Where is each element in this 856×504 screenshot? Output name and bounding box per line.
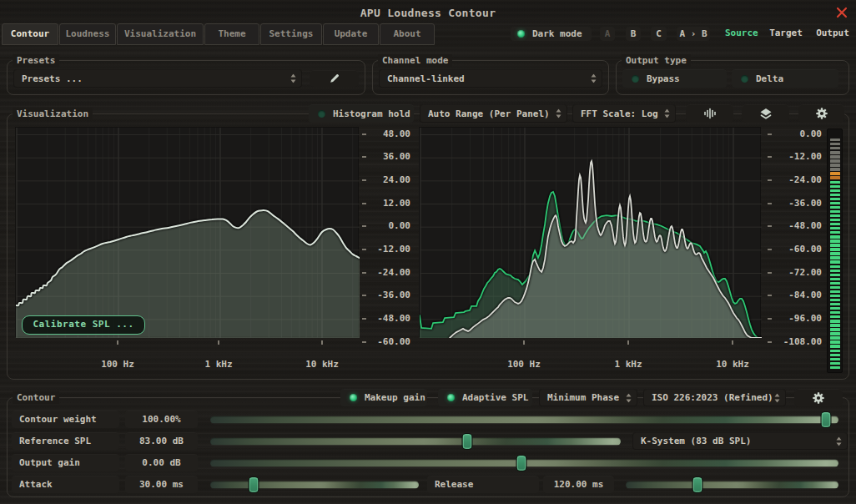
param-slider-attack[interactable] [626, 476, 838, 493]
spectrum-panel[interactable] [419, 127, 761, 337]
toggle-indicator-icon [447, 394, 455, 401]
meter-segment [830, 248, 840, 250]
meter-segment [830, 219, 840, 221]
param-slider-reference-spl[interactable] [210, 433, 621, 450]
freq-axis-label: 10 kHz [293, 359, 351, 370]
toggle-label: Bypass [647, 73, 680, 84]
bypass-toggle[interactable]: Bypass [622, 69, 727, 88]
axis-tick-icon [768, 249, 772, 250]
right-axis-label: -108.00 [776, 336, 822, 347]
slider-handle[interactable] [248, 476, 259, 493]
meter-segment [830, 274, 840, 276]
meter-segment [830, 189, 840, 192]
close-icon[interactable] [835, 6, 848, 19]
slider-handle[interactable] [461, 433, 472, 450]
meter-segment [830, 290, 840, 293]
meter-segment [830, 265, 840, 268]
tab-visualization[interactable]: Visualization [117, 23, 204, 45]
right-axis-label: -24.00 [776, 174, 822, 185]
axis-tick-icon [362, 134, 366, 135]
channel-mode-combo[interactable]: Channel-linked [379, 69, 602, 88]
makeup-gain-label: Makeup gain [365, 392, 425, 403]
visualization-settings-button[interactable] [798, 104, 844, 123]
param-value-release[interactable]: 120.00 ms [543, 476, 614, 493]
dark-mode-toggle[interactable]: Dark mode [511, 27, 592, 41]
meter-segment [830, 202, 840, 204]
slider-handle[interactable] [516, 455, 526, 471]
meter-segment [830, 345, 840, 347]
axis-tick-icon [362, 225, 366, 227]
auto-range-combo[interactable]: Auto Range (Per Panel) [420, 104, 567, 123]
param-label-attack: Attack [12, 476, 119, 493]
toggle-indicator-icon [632, 75, 639, 83]
left-axis-label: -48.00 [370, 313, 410, 324]
axis-tick-icon [768, 156, 772, 158]
view-button-source[interactable]: Source [725, 27, 757, 40]
ksystem-combo[interactable]: K-System (83 dB SPL) [632, 432, 848, 450]
visualization-group-label: Visualization [13, 108, 93, 120]
presets-combo[interactable]: Presets ... [13, 69, 302, 88]
adaptive-spl-toggle[interactable]: Adaptive SPL [438, 389, 532, 406]
contour-curve-chart [16, 128, 360, 338]
auto-range-combo-value: Auto Range (Per Panel) [420, 108, 550, 119]
adaptive-spl-label: Adaptive SPL [462, 392, 528, 403]
meter-segment [830, 332, 840, 335]
meter-segment [830, 185, 840, 188]
histogram-hold-label: Histogram hold [333, 108, 410, 119]
gear-icon [815, 107, 828, 120]
layers-button[interactable] [742, 104, 789, 123]
snapshot-button-copy[interactable]: A › B [677, 27, 710, 41]
meter-segment [830, 270, 840, 272]
contour-settings-button[interactable] [794, 389, 843, 406]
param-slider-attack[interactable] [210, 476, 419, 493]
snapshot-button-c[interactable]: C [651, 27, 667, 41]
tab-update[interactable]: Update [323, 23, 379, 45]
pencil-icon [329, 73, 340, 84]
meter-segment [830, 354, 840, 356]
dark-mode-label: Dark mode [532, 28, 582, 39]
param-value-attack[interactable]: 30.00 ms [125, 476, 198, 493]
right-axis-label: -72.00 [776, 267, 822, 278]
meter-segment [830, 278, 840, 280]
meter-segment [830, 358, 840, 360]
toggle-label: Delta [756, 73, 783, 84]
meter-segment [830, 155, 840, 158]
meter-segment [830, 164, 840, 166]
tab-theme[interactable]: Theme [204, 23, 259, 45]
tab-settings[interactable]: Settings [260, 23, 322, 45]
right-axis-label: -96.00 [776, 313, 822, 324]
snapshot-button-a[interactable]: A [600, 27, 615, 41]
spectrum-settings-button[interactable] [686, 104, 733, 123]
phase-combo[interactable]: Minimum Phase [539, 389, 637, 406]
left-axis-label: -12.00 [370, 244, 410, 255]
phase-combo-value: Minimum Phase [539, 392, 619, 403]
param-value-contour-weight[interactable]: 100.00% [125, 411, 198, 428]
meter-segment [830, 256, 840, 259]
contour-curve-panel[interactable] [15, 127, 359, 337]
tab-about[interactable]: About [380, 23, 435, 45]
tab-loudness[interactable]: Loudness [59, 23, 116, 45]
param-slider-contour-weight[interactable] [210, 411, 838, 428]
view-button-target[interactable]: Target [768, 27, 803, 40]
meter-segment [830, 336, 840, 339]
delta-toggle[interactable]: Delta [732, 69, 838, 88]
histogram-hold-toggle[interactable]: Histogram hold [309, 104, 414, 123]
param-value-reference-spl[interactable]: 83.00 dB [125, 432, 198, 450]
axis-tick-icon [768, 272, 772, 274]
standard-combo[interactable]: ISO 226:2023 (Refined) [643, 389, 786, 406]
param-slider-output-gain[interactable] [210, 455, 838, 471]
slider-handle[interactable] [692, 476, 702, 493]
snapshot-button-b[interactable]: B [626, 27, 641, 41]
fft-scale-combo[interactable]: FFT Scale: Log [572, 104, 676, 123]
meter-segment [830, 194, 840, 196]
view-button-output[interactable]: Output [815, 27, 850, 40]
makeup-gain-toggle[interactable]: Makeup gain [340, 389, 427, 406]
window-title: APU Loudness Contour [0, 7, 856, 19]
tab-contour[interactable]: Contour [2, 23, 58, 45]
preset-edit-button[interactable] [310, 70, 359, 87]
param-value-output-gain[interactable]: 0.00 dB [125, 454, 198, 471]
calibrate-spl-button[interactable]: Calibrate SPL ... [22, 315, 145, 335]
freq-axis-label: 100 Hz [495, 359, 553, 370]
axis-tick-icon [768, 179, 772, 181]
slider-handle[interactable] [820, 411, 831, 428]
